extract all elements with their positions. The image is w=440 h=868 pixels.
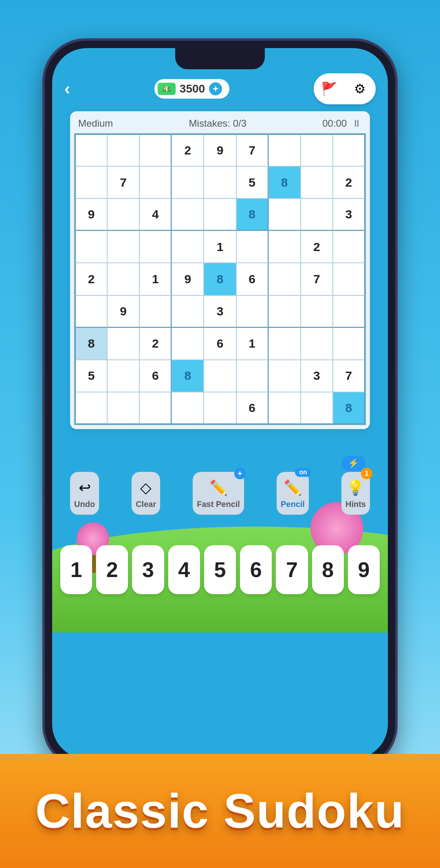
- cell-7-0[interactable]: 5: [75, 360, 107, 392]
- cell-3-0[interactable]: [75, 231, 107, 263]
- cell-6-1[interactable]: [107, 328, 139, 360]
- cell-1-8[interactable]: 2: [333, 166, 365, 198]
- cell-5-2[interactable]: [139, 295, 172, 328]
- cell-4-3[interactable]: 9: [172, 263, 204, 295]
- cell-8-4[interactable]: [204, 392, 236, 424]
- num-key-5[interactable]: 5: [204, 545, 236, 594]
- back-button[interactable]: ‹: [64, 79, 70, 99]
- cell-2-2[interactable]: 4: [139, 198, 172, 231]
- cell-1-3[interactable]: [172, 166, 204, 198]
- cell-5-3[interactable]: [172, 295, 204, 328]
- cell-2-6[interactable]: [268, 198, 301, 231]
- cell-4-5[interactable]: 6: [236, 263, 268, 295]
- cell-4-7[interactable]: 7: [301, 263, 333, 295]
- cell-8-5[interactable]: 6: [236, 392, 268, 424]
- cell-5-4[interactable]: 3: [204, 295, 236, 328]
- cell-3-3[interactable]: [172, 231, 204, 263]
- cell-1-0[interactable]: [75, 166, 107, 198]
- cell-3-1[interactable]: [107, 231, 139, 263]
- num-key-3[interactable]: 3: [132, 545, 164, 594]
- cell-0-0[interactable]: [75, 134, 107, 166]
- cell-0-6[interactable]: [268, 134, 301, 166]
- cell-6-3[interactable]: [172, 328, 204, 360]
- cell-0-3[interactable]: 2: [172, 134, 204, 166]
- cell-5-5[interactable]: [236, 295, 268, 328]
- cell-0-1[interactable]: [107, 134, 139, 166]
- cell-8-3[interactable]: [172, 392, 204, 424]
- cell-0-8[interactable]: [333, 134, 365, 166]
- cell-2-7[interactable]: [301, 198, 333, 231]
- pencil-button[interactable]: ✏️ Pencil: [277, 472, 309, 515]
- cell-3-2[interactable]: [139, 231, 172, 263]
- num-key-4[interactable]: 4: [168, 545, 200, 594]
- cell-7-5[interactable]: [236, 360, 268, 392]
- cell-6-7[interactable]: [301, 328, 333, 360]
- cell-8-1[interactable]: [107, 392, 139, 424]
- cell-2-3[interactable]: [172, 198, 204, 231]
- cell-8-8[interactable]: 8: [333, 392, 365, 424]
- cell-6-5[interactable]: 1: [236, 328, 268, 360]
- pause-icon[interactable]: ⏸: [352, 118, 362, 129]
- num-key-7[interactable]: 7: [276, 545, 308, 594]
- cell-5-0[interactable]: [75, 295, 107, 328]
- cell-0-5[interactable]: 7: [236, 134, 268, 166]
- cell-1-1[interactable]: 7: [107, 166, 139, 198]
- cell-7-6[interactable]: [268, 360, 301, 392]
- cell-5-6[interactable]: [268, 295, 301, 328]
- cell-7-3[interactable]: 8: [172, 360, 204, 392]
- cell-6-0[interactable]: 8: [75, 328, 107, 360]
- cell-4-4[interactable]: 8: [204, 263, 236, 295]
- coins-plus-button[interactable]: +: [209, 82, 222, 95]
- cell-6-6[interactable]: [268, 328, 301, 360]
- clear-button[interactable]: ◇ Clear: [132, 472, 160, 515]
- num-key-9[interactable]: 9: [348, 545, 380, 594]
- cell-4-2[interactable]: 1: [139, 263, 172, 295]
- cell-2-5[interactable]: 8: [236, 198, 268, 231]
- cell-3-8[interactable]: [333, 231, 365, 263]
- cell-4-1[interactable]: [107, 263, 139, 295]
- cell-3-5[interactable]: [236, 231, 268, 263]
- cell-1-7[interactable]: [301, 166, 333, 198]
- cell-4-6[interactable]: [268, 263, 301, 295]
- cell-7-7[interactable]: 3: [301, 360, 333, 392]
- sudoku-grid[interactable]: 29775829483122198679382615683768: [74, 133, 366, 425]
- cell-3-7[interactable]: 2: [301, 231, 333, 263]
- cell-2-0[interactable]: 9: [75, 198, 107, 231]
- num-key-1[interactable]: 1: [60, 545, 92, 594]
- cell-8-6[interactable]: [268, 392, 301, 424]
- cell-7-2[interactable]: 6: [139, 360, 172, 392]
- cell-6-8[interactable]: [333, 328, 365, 360]
- cell-4-8[interactable]: [333, 263, 365, 295]
- cell-8-7[interactable]: [301, 392, 333, 424]
- cell-2-4[interactable]: [204, 198, 236, 231]
- cell-3-4[interactable]: 1: [204, 231, 236, 263]
- cell-8-2[interactable]: [139, 392, 172, 424]
- auto-toggle[interactable]: ⚡: [341, 456, 365, 471]
- cell-7-1[interactable]: [107, 360, 139, 392]
- num-key-8[interactable]: 8: [312, 545, 344, 594]
- cell-7-4[interactable]: [204, 360, 236, 392]
- cell-0-7[interactable]: [301, 134, 333, 166]
- cell-4-0[interactable]: 2: [75, 263, 107, 295]
- cell-3-6[interactable]: [268, 231, 301, 263]
- undo-button[interactable]: ↩ Undo: [70, 472, 99, 515]
- cell-6-4[interactable]: 6: [204, 328, 236, 360]
- cell-2-1[interactable]: [107, 198, 139, 231]
- cell-6-2[interactable]: 2: [139, 328, 172, 360]
- cell-8-0[interactable]: [75, 392, 107, 424]
- feedback-button[interactable]: 🚩: [314, 73, 345, 104]
- cell-5-8[interactable]: [333, 295, 365, 328]
- num-key-2[interactable]: 2: [96, 545, 128, 594]
- cell-1-5[interactable]: 5: [236, 166, 268, 198]
- cell-0-4[interactable]: 9: [204, 134, 236, 166]
- cell-2-8[interactable]: 3: [333, 198, 365, 231]
- cell-1-6[interactable]: 8: [268, 166, 301, 198]
- settings-button[interactable]: ⚙: [345, 73, 376, 104]
- num-key-6[interactable]: 6: [240, 545, 272, 594]
- cell-7-8[interactable]: 7: [333, 360, 365, 392]
- cell-1-4[interactable]: [204, 166, 236, 198]
- cell-5-7[interactable]: [301, 295, 333, 328]
- cell-1-2[interactable]: [139, 166, 172, 198]
- fast-pencil-button[interactable]: ✏️ Fast Pencil: [193, 472, 244, 515]
- cell-0-2[interactable]: [139, 134, 172, 166]
